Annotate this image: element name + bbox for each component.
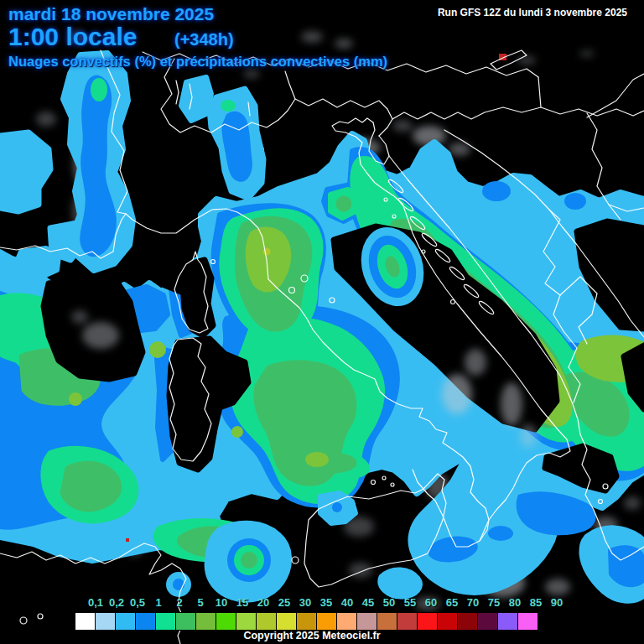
precipitation-map bbox=[0, 0, 644, 644]
local-time-label: 1:00 locale bbox=[8, 23, 137, 51]
parameter-title: Nuages convectifs (%) et précipitations … bbox=[8, 54, 387, 70]
date-label: mardi 18 novembre 2025 bbox=[8, 4, 214, 24]
weather-map-page: mardi 18 novembre 2025 1:00 locale (+348… bbox=[0, 0, 644, 644]
forecast-offset-label: (+348h) bbox=[174, 30, 234, 49]
model-run-label: Run GFS 12Z du lundi 3 novembre 2025 bbox=[438, 7, 627, 18]
